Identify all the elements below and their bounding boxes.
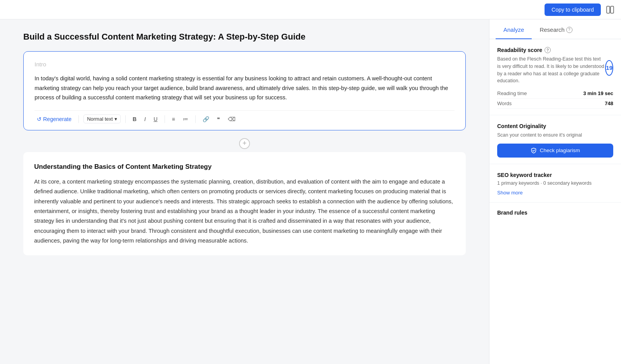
panel-tabs: Analyze Research ? (489, 19, 621, 39)
words-stat: Words 748 (497, 99, 613, 109)
section1-text[interactable]: At its core, a content marketing strateg… (34, 177, 455, 246)
show-more-link[interactable]: Show more (497, 190, 523, 196)
intro-label: Intro (35, 61, 454, 68)
intro-block: Intro In today's digital world, having a… (23, 51, 466, 130)
underline-button[interactable]: U (151, 114, 160, 124)
reading-time-stat: Reading time 3 min 19 sec (497, 88, 613, 99)
svg-rect-0 (607, 6, 610, 13)
content-originality-section: Content Originality Scan your content to… (489, 115, 621, 164)
bold-button[interactable]: B (130, 114, 139, 124)
words-label: Words (497, 101, 512, 106)
editor-toolbar: ↺ Regenerate Normal text ▾ B I U ≡ ≔ 🔗 ❝… (35, 110, 454, 124)
dropdown-arrow-icon: ▾ (114, 116, 117, 122)
seo-keyword-section: SEO keyword tracker 1 primary keywords ·… (489, 164, 621, 203)
svg-rect-1 (611, 6, 614, 13)
content-originality-desc: Scan your content to ensure it's origina… (497, 132, 613, 139)
regen-icon: ↺ (37, 116, 42, 122)
shield-check-icon (531, 147, 537, 154)
brand-rules-section: Brand rules (489, 203, 621, 223)
main-layout: Build a Successful Content Marketing Str… (0, 19, 621, 364)
right-panel: Analyze Research ? Readability score ? B… (489, 19, 621, 364)
seo-tracker-title: SEO keyword tracker (497, 172, 613, 178)
readability-row: Readability score ? Based on the Flesch … (497, 47, 613, 88)
readability-title: Readability score ? (497, 47, 605, 53)
toolbar-divider (78, 115, 79, 123)
quote-button[interactable]: ❝ (215, 114, 222, 124)
seo-separator: · (541, 180, 542, 186)
add-block-button[interactable]: + (239, 138, 250, 149)
normal-text-dropdown[interactable]: Normal text ▾ (83, 114, 120, 123)
ordered-list-button[interactable]: ≔ (180, 114, 191, 124)
document-title: Build a Successful Content Marketing Str… (23, 32, 466, 42)
toolbar-divider-2 (125, 115, 126, 123)
words-value: 748 (605, 101, 613, 106)
readability-section: Readability score ? Based on the Flesch … (489, 39, 621, 115)
italic-button[interactable]: I (142, 114, 148, 124)
clear-format-button[interactable]: ⌫ (226, 114, 238, 124)
reading-time-label: Reading time (497, 90, 527, 96)
editor-area: Build a Successful Content Marketing Str… (0, 19, 489, 364)
tab-analyze[interactable]: Analyze (496, 19, 532, 39)
content-originality-title: Content Originality (497, 123, 613, 129)
readability-score-badge: 19 (605, 60, 613, 76)
tab-research[interactable]: Research ? (532, 19, 580, 39)
intro-text[interactable]: In today's digital world, having a solid… (35, 74, 454, 102)
check-plagiarism-button[interactable]: Check plagiarism (497, 144, 613, 158)
add-block-area: + (23, 138, 466, 149)
readability-info: Readability score ? Based on the Flesch … (497, 47, 605, 88)
regenerate-button[interactable]: ↺ Regenerate (35, 114, 74, 124)
toolbar-divider-3 (165, 115, 165, 123)
toolbar-divider-4 (195, 115, 196, 123)
link-button[interactable]: 🔗 (200, 114, 212, 124)
section1-block: Understanding the Basics of Content Mark… (23, 152, 466, 255)
split-view-icon[interactable] (605, 5, 615, 14)
unordered-list-button[interactable]: ≡ (170, 114, 177, 124)
readability-description: Based on the Flesch Reading-Ease test th… (497, 55, 605, 85)
readability-help-icon[interactable]: ? (545, 47, 551, 53)
reading-time-value: 3 min 19 sec (583, 90, 613, 96)
brand-rules-title: Brand rules (497, 210, 613, 216)
research-help-icon: ? (566, 27, 572, 33)
seo-tracker-keywords: 1 primary keywords · 0 secondary keyword… (497, 180, 613, 186)
section1-heading: Understanding the Basics of Content Mark… (34, 163, 455, 171)
top-bar: Copy to clipboard (0, 0, 621, 19)
copy-to-clipboard-button[interactable]: Copy to clipboard (545, 3, 601, 16)
